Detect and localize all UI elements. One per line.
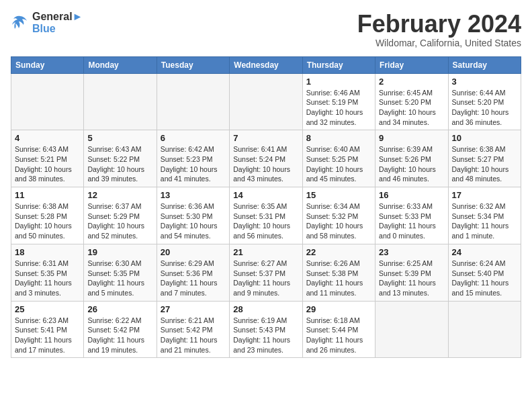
day-number: 13 [161, 190, 226, 200]
calendar-day-cell: 17Sunrise: 6:32 AM Sunset: 5:34 PM Dayli… [448, 187, 521, 244]
day-number: 14 [233, 190, 298, 200]
day-number: 18 [15, 247, 80, 257]
logo: General► Blue [11, 11, 83, 35]
calendar-day-cell: 18Sunrise: 6:31 AM Sunset: 5:35 PM Dayli… [11, 244, 84, 301]
weekday-header-cell: Friday [375, 56, 448, 73]
day-number: 24 [452, 247, 517, 257]
day-info: Sunrise: 6:23 AM Sunset: 5:41 PM Dayligh… [15, 316, 80, 355]
day-number: 6 [161, 133, 226, 143]
day-info: Sunrise: 6:41 AM Sunset: 5:24 PM Dayligh… [233, 144, 298, 184]
day-number: 9 [379, 133, 444, 143]
day-number: 17 [452, 190, 517, 200]
day-number: 1 [306, 77, 371, 87]
location: Wildomar, California, United States [357, 38, 521, 48]
calendar-day-cell: 11Sunrise: 6:38 AM Sunset: 5:28 PM Dayli… [11, 187, 84, 244]
calendar-day-cell [375, 301, 448, 358]
calendar-week-row: 4Sunrise: 6:43 AM Sunset: 5:21 PM Daylig… [11, 130, 521, 187]
day-info: Sunrise: 6:30 AM Sunset: 5:35 PM Dayligh… [87, 259, 152, 298]
day-info: Sunrise: 6:24 AM Sunset: 5:40 PM Dayligh… [452, 259, 517, 298]
weekday-header-cell: Thursday [302, 56, 375, 73]
day-info: Sunrise: 6:40 AM Sunset: 5:25 PM Dayligh… [306, 144, 371, 184]
calendar-day-cell: 23Sunrise: 6:25 AM Sunset: 5:39 PM Dayli… [375, 244, 448, 301]
day-info: Sunrise: 6:45 AM Sunset: 5:20 PM Dayligh… [379, 88, 444, 128]
weekday-header-cell: Monday [84, 56, 157, 73]
day-info: Sunrise: 6:22 AM Sunset: 5:42 PM Dayligh… [87, 316, 152, 355]
day-info: Sunrise: 6:25 AM Sunset: 5:39 PM Dayligh… [379, 259, 444, 298]
calendar-day-cell: 2Sunrise: 6:45 AM Sunset: 5:20 PM Daylig… [375, 73, 448, 130]
day-number: 28 [233, 304, 298, 314]
day-number: 15 [306, 190, 371, 200]
calendar-body: 1Sunrise: 6:46 AM Sunset: 5:19 PM Daylig… [11, 73, 521, 358]
calendar-day-cell: 3Sunrise: 6:44 AM Sunset: 5:20 PM Daylig… [448, 73, 521, 130]
calendar-day-cell: 29Sunrise: 6:18 AM Sunset: 5:44 PM Dayli… [302, 301, 375, 358]
day-info: Sunrise: 6:37 AM Sunset: 5:29 PM Dayligh… [87, 201, 152, 241]
calendar-day-cell [84, 73, 157, 130]
calendar-day-cell: 21Sunrise: 6:27 AM Sunset: 5:37 PM Dayli… [230, 244, 302, 301]
calendar-day-cell [157, 73, 229, 130]
page-header: General► Blue February 2024 Wildomar, Ca… [11, 11, 521, 48]
calendar-day-cell: 4Sunrise: 6:43 AM Sunset: 5:21 PM Daylig… [11, 130, 84, 187]
calendar-table: SundayMondayTuesdayWednesdayThursdayFrid… [11, 56, 521, 359]
weekday-header-cell: Tuesday [157, 56, 229, 73]
calendar-day-cell: 13Sunrise: 6:36 AM Sunset: 5:30 PM Dayli… [157, 187, 229, 244]
calendar-day-cell: 22Sunrise: 6:26 AM Sunset: 5:38 PM Dayli… [302, 244, 375, 301]
calendar-day-cell: 26Sunrise: 6:22 AM Sunset: 5:42 PM Dayli… [84, 301, 157, 358]
logo-text: General► Blue [32, 11, 83, 35]
day-number: 7 [233, 133, 298, 143]
day-number: 22 [306, 247, 371, 257]
calendar-day-cell: 20Sunrise: 6:29 AM Sunset: 5:36 PM Dayli… [157, 244, 229, 301]
day-info: Sunrise: 6:36 AM Sunset: 5:30 PM Dayligh… [161, 201, 226, 241]
calendar-week-row: 25Sunrise: 6:23 AM Sunset: 5:41 PM Dayli… [11, 301, 521, 358]
day-number: 20 [161, 247, 226, 257]
calendar-day-cell: 15Sunrise: 6:34 AM Sunset: 5:32 PM Dayli… [302, 187, 375, 244]
calendar-week-row: 18Sunrise: 6:31 AM Sunset: 5:35 PM Dayli… [11, 244, 521, 301]
calendar-day-cell: 8Sunrise: 6:40 AM Sunset: 5:25 PM Daylig… [302, 130, 375, 187]
day-number: 29 [306, 304, 371, 314]
calendar-day-cell: 25Sunrise: 6:23 AM Sunset: 5:41 PM Dayli… [11, 301, 84, 358]
calendar-day-cell: 16Sunrise: 6:33 AM Sunset: 5:33 PM Dayli… [375, 187, 448, 244]
day-info: Sunrise: 6:21 AM Sunset: 5:42 PM Dayligh… [161, 316, 226, 355]
day-info: Sunrise: 6:34 AM Sunset: 5:32 PM Dayligh… [306, 201, 371, 241]
day-info: Sunrise: 6:29 AM Sunset: 5:36 PM Dayligh… [161, 259, 226, 298]
calendar-day-cell: 1Sunrise: 6:46 AM Sunset: 5:19 PM Daylig… [302, 73, 375, 130]
day-info: Sunrise: 6:26 AM Sunset: 5:38 PM Dayligh… [306, 259, 371, 298]
day-number: 19 [87, 247, 152, 257]
day-info: Sunrise: 6:38 AM Sunset: 5:28 PM Dayligh… [15, 201, 80, 241]
day-number: 21 [233, 247, 298, 257]
day-info: Sunrise: 6:35 AM Sunset: 5:31 PM Dayligh… [233, 201, 298, 241]
logo-icon [11, 13, 30, 32]
calendar-day-cell: 24Sunrise: 6:24 AM Sunset: 5:40 PM Dayli… [448, 244, 521, 301]
day-info: Sunrise: 6:38 AM Sunset: 5:27 PM Dayligh… [452, 144, 517, 184]
weekday-header-cell: Saturday [448, 56, 521, 73]
day-number: 2 [379, 77, 444, 87]
day-number: 25 [15, 304, 80, 314]
title-block: February 2024 Wildomar, California, Unit… [357, 11, 521, 48]
day-info: Sunrise: 6:44 AM Sunset: 5:20 PM Dayligh… [452, 88, 517, 128]
day-info: Sunrise: 6:42 AM Sunset: 5:23 PM Dayligh… [161, 144, 226, 184]
calendar-day-cell: 6Sunrise: 6:42 AM Sunset: 5:23 PM Daylig… [157, 130, 229, 187]
day-number: 8 [306, 133, 371, 143]
day-number: 10 [452, 133, 517, 143]
calendar-day-cell: 7Sunrise: 6:41 AM Sunset: 5:24 PM Daylig… [230, 130, 302, 187]
weekday-header-cell: Sunday [11, 56, 84, 73]
day-info: Sunrise: 6:43 AM Sunset: 5:22 PM Dayligh… [87, 144, 152, 184]
calendar-day-cell: 12Sunrise: 6:37 AM Sunset: 5:29 PM Dayli… [84, 187, 157, 244]
day-info: Sunrise: 6:32 AM Sunset: 5:34 PM Dayligh… [452, 201, 517, 241]
day-number: 27 [161, 304, 226, 314]
calendar-day-cell: 27Sunrise: 6:21 AM Sunset: 5:42 PM Dayli… [157, 301, 229, 358]
day-info: Sunrise: 6:39 AM Sunset: 5:26 PM Dayligh… [379, 144, 444, 184]
day-number: 4 [15, 133, 80, 143]
calendar-day-cell: 19Sunrise: 6:30 AM Sunset: 5:35 PM Dayli… [84, 244, 157, 301]
calendar-day-cell: 14Sunrise: 6:35 AM Sunset: 5:31 PM Dayli… [230, 187, 302, 244]
day-info: Sunrise: 6:18 AM Sunset: 5:44 PM Dayligh… [306, 316, 371, 355]
day-number: 5 [87, 133, 152, 143]
day-number: 26 [87, 304, 152, 314]
calendar-day-cell [448, 301, 521, 358]
month-title: February 2024 [357, 11, 521, 38]
day-info: Sunrise: 6:43 AM Sunset: 5:21 PM Dayligh… [15, 144, 80, 184]
weekday-header-cell: Wednesday [230, 56, 302, 73]
day-info: Sunrise: 6:46 AM Sunset: 5:19 PM Dayligh… [306, 88, 371, 128]
weekday-header-row: SundayMondayTuesdayWednesdayThursdayFrid… [11, 56, 521, 73]
day-number: 11 [15, 190, 80, 200]
day-info: Sunrise: 6:19 AM Sunset: 5:43 PM Dayligh… [233, 316, 298, 355]
